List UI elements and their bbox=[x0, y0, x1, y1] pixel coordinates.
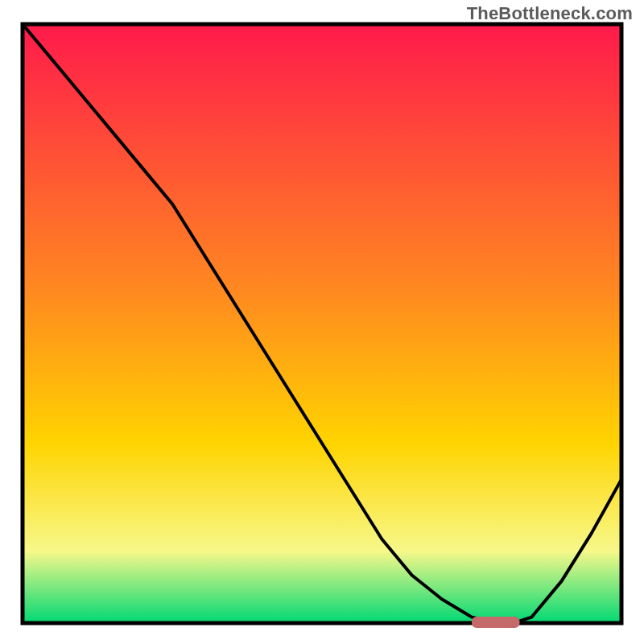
bottleneck-chart bbox=[0, 0, 644, 644]
chart-container: TheBottleneck.com bbox=[0, 0, 644, 644]
watermark-text: TheBottleneck.com bbox=[467, 3, 633, 24]
plot-background bbox=[23, 24, 621, 623]
optimal-marker bbox=[472, 617, 520, 628]
